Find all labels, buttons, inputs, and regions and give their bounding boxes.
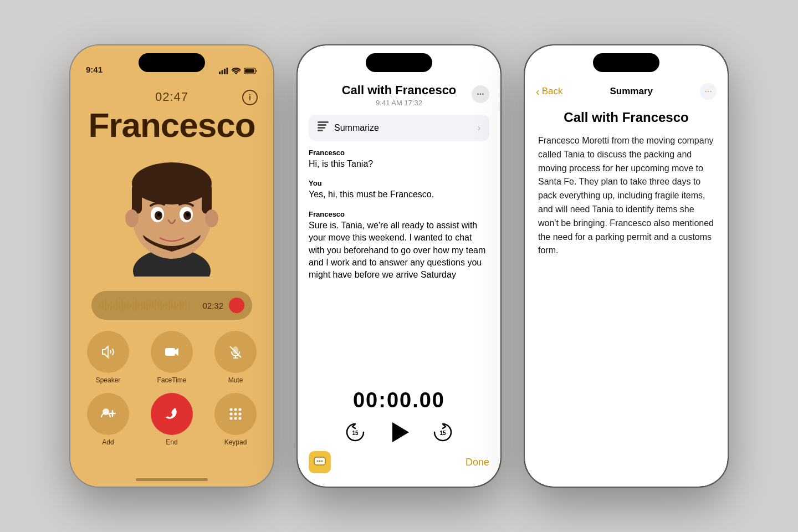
svg-point-13 <box>205 209 218 227</box>
svg-rect-38 <box>449 70 451 75</box>
svg-rect-10 <box>132 183 142 214</box>
dynamic-island <box>139 53 205 72</box>
summarize-left: Summarize <box>318 121 379 134</box>
bubble-icon <box>314 457 326 468</box>
summarize-button[interactable]: Summarize › <box>309 115 489 141</box>
svg-point-30 <box>239 408 242 411</box>
svg-point-31 <box>230 413 233 416</box>
play-button[interactable] <box>387 420 411 444</box>
rec-time: 02:32 <box>202 301 223 310</box>
signal-icon-3 <box>673 68 683 74</box>
call-controls: Speaker FaceTime Mute <box>70 331 273 446</box>
svg-point-36 <box>239 417 242 420</box>
svg-rect-44 <box>318 124 326 126</box>
svg-point-33 <box>239 413 242 416</box>
playback-controls: 15 15 <box>344 420 454 444</box>
speaker-icon <box>100 344 116 360</box>
svg-rect-46 <box>318 130 323 131</box>
signal-icon <box>219 68 228 74</box>
svg-point-35 <box>234 417 237 420</box>
wifi-icon-3 <box>686 68 695 74</box>
status-time-3: 9:41 <box>540 65 557 74</box>
keypad-label: Keypad <box>224 438 247 446</box>
svg-point-50 <box>317 461 319 462</box>
speaker-1: You <box>309 179 489 187</box>
controls-row-2: Add End Keypad <box>87 393 257 446</box>
summary-screen: ‹ Back Summary ··· Call with Francesco F… <box>525 45 728 487</box>
back-label: Back <box>542 86 563 97</box>
wifi-icon <box>232 68 241 74</box>
svg-rect-55 <box>678 69 680 74</box>
svg-rect-53 <box>673 71 675 74</box>
skip-forward-button[interactable]: 15 <box>431 421 454 444</box>
svg-rect-42 <box>472 69 482 73</box>
dynamic-island-3 <box>593 53 659 72</box>
back-button[interactable]: ‹ Back <box>536 85 562 98</box>
mute-icon <box>228 344 243 360</box>
home-indicator-2 <box>363 478 435 481</box>
svg-point-34 <box>230 417 233 420</box>
svg-rect-0 <box>219 71 221 74</box>
facetime-icon <box>164 344 180 360</box>
svg-rect-54 <box>676 70 678 75</box>
svg-point-52 <box>321 461 323 462</box>
info-button[interactable]: i <box>242 90 258 105</box>
waveform <box>99 298 197 313</box>
record-dot <box>229 298 244 313</box>
battery-icon <box>244 68 258 74</box>
svg-point-12 <box>125 209 139 227</box>
transcript-msg-1: You Yes, hi, this must be Francesco. <box>309 179 489 201</box>
phone-summary: 9:41 ‹ Back Summary ··· Call with France… <box>524 44 729 488</box>
call-name: Francesco <box>88 105 255 145</box>
transcript-subtitle: 9:41 AM 17:32 <box>309 99 489 107</box>
signal-icon-2 <box>446 68 456 74</box>
speaker-wrapper: Speaker <box>87 331 129 384</box>
summary-content: Call with Francesco Francesco Moretti fr… <box>525 105 728 269</box>
keypad-wrapper: Keypad <box>214 393 257 446</box>
facetime-button[interactable] <box>151 331 193 373</box>
skip-back-icon: 15 <box>344 421 367 444</box>
svg-rect-58 <box>699 69 709 73</box>
home-indicator-3 <box>590 478 662 481</box>
summary-title: Call with Francesco <box>538 110 714 125</box>
phone-transcript: 9:41 Call with Francesco 9:41 AM 17:32 ·… <box>296 44 502 488</box>
done-button[interactable]: Done <box>466 457 489 468</box>
svg-point-18 <box>157 213 161 217</box>
home-indicator-1 <box>136 478 208 481</box>
speaker-button[interactable] <box>87 331 129 373</box>
svg-rect-20 <box>165 348 175 356</box>
end-button[interactable] <box>151 393 193 435</box>
skip-back-button[interactable]: 15 <box>344 421 367 444</box>
svg-rect-11 <box>202 183 212 214</box>
controls-row-1: Speaker FaceTime Mute <box>87 331 257 384</box>
more-button[interactable]: ··· <box>472 85 489 103</box>
summary-more-button[interactable]: ··· <box>700 83 717 100</box>
end-label: End <box>166 438 177 446</box>
svg-point-19 <box>186 213 190 217</box>
transcript-text-2: Sure is. Tania, we're all ready to assis… <box>309 219 489 282</box>
svg-point-32 <box>234 413 237 416</box>
add-button[interactable] <box>87 393 129 435</box>
phone-active-call: 9:41 i 02:47 Francesco <box>69 44 274 488</box>
mute-label: Mute <box>228 376 243 384</box>
recording-bar: 02:32 <box>91 291 252 320</box>
speaker-0: Francesco <box>309 149 489 157</box>
battery-icon-3 <box>698 68 712 74</box>
transcript-text-1: Yes, hi, this must be Francesco. <box>309 188 489 201</box>
play-icon <box>392 422 409 442</box>
transcript-content: Francesco Hi, is this Tania? You Yes, hi… <box>298 149 500 383</box>
call-duration: 02:47 <box>155 90 188 104</box>
mute-button[interactable] <box>214 331 257 373</box>
status-icons-1 <box>219 68 258 74</box>
playback-area: 00:00.00 15 15 <box>298 383 500 447</box>
svg-rect-3 <box>227 68 228 74</box>
battery-icon-2 <box>471 68 485 74</box>
summary-more-icon: ··· <box>704 86 712 96</box>
svg-point-51 <box>319 461 321 462</box>
keypad-button[interactable] <box>214 393 257 435</box>
transcript-msg-0: Francesco Hi, is this Tania? <box>309 149 489 170</box>
svg-rect-43 <box>318 121 329 123</box>
summary-nav-title: Summary <box>610 86 652 97</box>
transcript-text-0: Hi, is this Tania? <box>309 158 489 170</box>
bubble-button[interactable] <box>309 451 331 473</box>
